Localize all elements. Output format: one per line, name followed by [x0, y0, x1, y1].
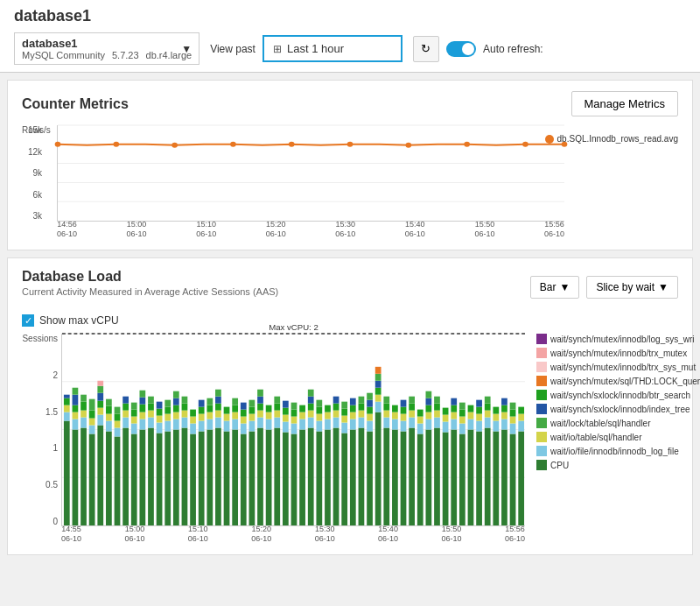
svg-rect-83 — [157, 416, 163, 423]
svg-rect-233 — [409, 418, 415, 428]
x-tick: 15:4006-10 — [405, 220, 425, 239]
svg-rect-108 — [199, 414, 205, 421]
db-selector[interactable]: database1 MySQL Community 5.7.23 db.r4.l… — [14, 32, 200, 65]
legend-color-swatch — [536, 404, 547, 414]
svg-rect-247 — [434, 428, 440, 525]
svg-rect-182 — [325, 419, 331, 430]
y-tick: 6k — [28, 190, 42, 200]
svg-rect-27 — [73, 430, 79, 526]
auto-refresh-toggle[interactable] — [446, 41, 476, 57]
svg-rect-165 — [291, 403, 298, 410]
svg-rect-202 — [359, 411, 365, 418]
y-tick: 0 — [52, 517, 58, 526]
svg-rect-190 — [341, 433, 347, 525]
svg-rect-164 — [291, 410, 298, 417]
svg-rect-113 — [206, 412, 213, 419]
svg-rect-36 — [80, 402, 87, 411]
svg-rect-147 — [266, 430, 272, 526]
legend-color-swatch — [536, 460, 547, 470]
chart-type-dropdown[interactable]: Bar ▼ — [530, 276, 580, 299]
svg-rect-48 — [97, 386, 103, 393]
svg-rect-289 — [510, 433, 516, 525]
svg-rect-185 — [333, 428, 340, 525]
svg-text:Max vCPU: 2: Max vCPU: 2 — [269, 322, 318, 332]
refresh-button[interactable]: ↻ — [413, 36, 439, 62]
svg-rect-97 — [182, 428, 188, 525]
svg-rect-170 — [308, 428, 314, 525]
svg-rect-213 — [375, 395, 382, 402]
x-tick: 15:5006-10 — [474, 220, 494, 239]
svg-rect-125 — [224, 407, 230, 414]
show-vcpu-checkbox[interactable]: ✓ — [22, 314, 34, 327]
svg-rect-130 — [232, 398, 238, 405]
svg-rect-135 — [241, 403, 247, 410]
svg-rect-84 — [157, 409, 163, 416]
legend-color-swatch — [536, 362, 547, 372]
svg-rect-54 — [106, 399, 112, 406]
y-tick: 1 — [52, 443, 58, 453]
svg-rect-32 — [73, 388, 79, 395]
x-tick: 15:5006-10 — [442, 525, 462, 544]
slice-by-dropdown[interactable]: Slice by wait ▼ — [586, 276, 678, 299]
svg-rect-82 — [157, 423, 163, 433]
svg-rect-123 — [224, 421, 230, 432]
svg-rect-114 — [206, 405, 213, 412]
svg-rect-96 — [173, 391, 179, 398]
svg-rect-292 — [510, 410, 516, 417]
svg-rect-193 — [341, 409, 347, 416]
legend-label: wait/synch/mutex/innodb/log_sys_wri — [550, 335, 695, 344]
view-past-select[interactable]: ⊞ Last 1 hour — [262, 35, 402, 62]
svg-rect-267 — [468, 419, 474, 430]
svg-rect-229 — [401, 414, 407, 421]
svg-rect-53 — [106, 406, 112, 414]
legend-label: wait/io/file/innodb/innodb_log_file — [550, 447, 679, 456]
svg-rect-110 — [199, 400, 205, 407]
svg-rect-29 — [73, 412, 79, 419]
svg-rect-173 — [308, 404, 314, 411]
svg-rect-251 — [434, 397, 440, 404]
svg-rect-256 — [451, 430, 457, 526]
svg-rect-133 — [241, 417, 247, 424]
svg-rect-268 — [468, 412, 474, 419]
svg-rect-176 — [316, 431, 322, 525]
svg-rect-79 — [148, 404, 154, 411]
svg-rect-175 — [308, 390, 314, 397]
x-tick: 15:4006-10 — [378, 525, 398, 544]
svg-rect-136 — [249, 431, 256, 525]
svg-rect-57 — [115, 421, 121, 428]
legend-item: CPU — [536, 460, 678, 470]
svg-rect-260 — [451, 398, 457, 405]
svg-rect-94 — [173, 405, 179, 412]
counter-metrics-header: Counter Metrics Manage Metrics — [22, 91, 678, 116]
view-past-value: Last 1 hour — [287, 42, 344, 55]
y-tick: 3k — [28, 211, 42, 221]
svg-rect-280 — [493, 431, 499, 525]
svg-rect-276 — [485, 418, 491, 428]
svg-rect-51 — [106, 421, 112, 432]
svg-rect-157 — [283, 422, 289, 433]
manage-metrics-button[interactable]: Manage Metrics — [571, 91, 678, 116]
legend-label: wait/synch/mutex/sql/THD:LOCK_quer — [550, 377, 700, 386]
x-tick: 15:2006-10 — [251, 525, 271, 544]
svg-rect-107 — [199, 421, 205, 432]
svg-rect-297 — [518, 407, 524, 414]
svg-rect-284 — [501, 430, 508, 526]
svg-rect-295 — [518, 421, 524, 432]
svg-rect-231 — [401, 400, 407, 407]
svg-rect-271 — [476, 421, 482, 432]
svg-rect-281 — [493, 421, 499, 432]
top-controls: database1 MySQL Community 5.7.23 db.r4.l… — [14, 32, 686, 65]
svg-rect-117 — [215, 418, 221, 428]
svg-rect-177 — [316, 421, 322, 432]
svg-rect-139 — [249, 407, 256, 414]
legend-color-swatch — [536, 348, 547, 358]
svg-rect-152 — [274, 418, 280, 428]
svg-point-9 — [289, 142, 295, 147]
svg-rect-63 — [122, 404, 129, 411]
svg-rect-55 — [115, 436, 121, 525]
x-tick: 15:0006-10 — [124, 525, 144, 544]
svg-rect-49 — [97, 381, 103, 386]
counter-chart-legend: db.SQL.Innodb_rows_read.avg — [545, 134, 678, 144]
svg-rect-221 — [383, 404, 389, 411]
svg-rect-243 — [426, 412, 432, 419]
